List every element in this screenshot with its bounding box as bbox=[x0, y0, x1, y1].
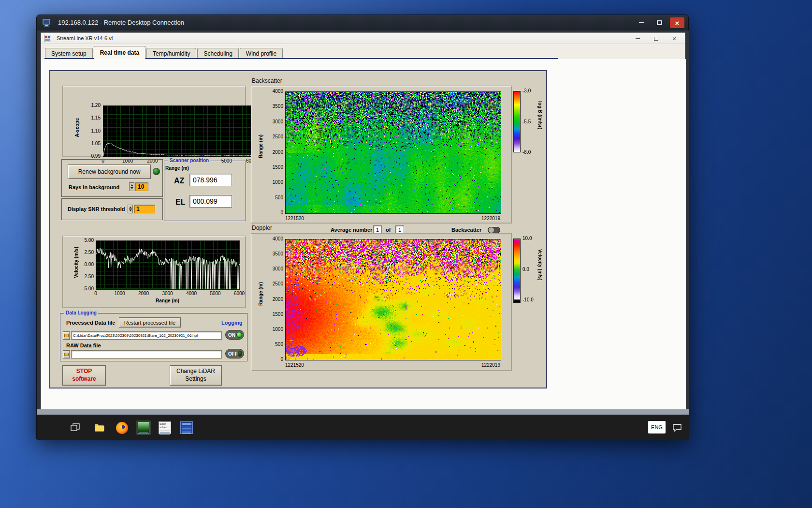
language-indicator[interactable]: ENG bbox=[648, 421, 666, 433]
rays-in-background-field[interactable]: 10 bbox=[135, 182, 148, 191]
rdp-close-button[interactable]: × bbox=[670, 17, 684, 28]
stop-software-button[interactable]: STOP software bbox=[62, 365, 106, 386]
el-field[interactable]: 000.099 bbox=[189, 195, 232, 208]
firefox-icon bbox=[116, 422, 128, 434]
file-explorer-button[interactable] bbox=[92, 420, 107, 435]
tick-label: -5.00 bbox=[83, 286, 94, 291]
velocity-y-ticks: 5.002.500.00-2.50-5.00 bbox=[78, 240, 94, 289]
tick-label: 3000 bbox=[273, 267, 283, 271]
change-lidar-settings-button[interactable]: Change LiDAR Settings bbox=[170, 365, 222, 386]
renew-background-led bbox=[153, 168, 160, 175]
rdp-titlebar[interactable]: 192.168.0.122 - Remote Desktop Connectio… bbox=[37, 15, 688, 30]
rdp-title: 192.168.0.122 - Remote Desktop Connectio… bbox=[58, 19, 184, 26]
doppler-colorbar-undercolor bbox=[513, 300, 521, 303]
of-label: of bbox=[386, 227, 391, 233]
tick-label: -3.0 bbox=[522, 89, 531, 93]
average-number-field[interactable]: 1 bbox=[373, 225, 382, 234]
el-label: EL bbox=[175, 198, 185, 207]
data-logging-box: Data Logging Processed Data file Restart… bbox=[60, 313, 247, 361]
streamline-app-button[interactable] bbox=[136, 420, 151, 435]
raw-path-browse-button[interactable] bbox=[63, 350, 70, 359]
snr-spinner[interactable] bbox=[128, 205, 133, 213]
app-minimize-button[interactable] bbox=[629, 34, 646, 44]
task-view-button[interactable] bbox=[68, 420, 83, 435]
velocity-graph: Velocity (m/s) 5.002.500.00-2.50-5.00 01… bbox=[62, 236, 246, 308]
processed-logging-toggle[interactable]: ON bbox=[225, 330, 244, 340]
doppler-plot-area bbox=[285, 239, 501, 360]
processed-path-browse-button[interactable] bbox=[63, 331, 70, 340]
scan-scheduler-button[interactable]: Scan sched bbox=[158, 420, 172, 435]
app-maximize-button[interactable] bbox=[647, 34, 665, 44]
tab-scheduling[interactable]: Scheduling bbox=[197, 48, 238, 59]
scanner-position-title: Scanner position bbox=[168, 158, 210, 164]
spin-up-icon bbox=[129, 207, 132, 209]
x-end-label: 1222019 bbox=[481, 362, 500, 368]
app-window: StreamLine XR v14-6.vi × System setup Re… bbox=[41, 32, 685, 409]
tab-wind-profile[interactable]: Wind profile bbox=[240, 48, 283, 59]
icon-titlebar bbox=[182, 423, 191, 425]
tick-label: 2500 bbox=[273, 134, 283, 139]
backscatter-toggle-label: Backscatter bbox=[451, 227, 481, 233]
remote-session-area: StreamLine XR v14-6.vi × System setup Re… bbox=[37, 30, 689, 440]
folder-icon bbox=[94, 422, 105, 433]
tick-label: 2500 bbox=[273, 282, 283, 286]
processed-path-field[interactable]: C:\Lidar\Data\Proc\2023\202309\20230921\… bbox=[71, 331, 222, 340]
tick-label: 0.00 bbox=[85, 262, 94, 267]
close-icon: × bbox=[672, 35, 676, 43]
firefox-button[interactable] bbox=[115, 420, 129, 435]
raw-logging-toggle[interactable]: OFF bbox=[225, 349, 244, 359]
snr-threshold-field[interactable]: 1 bbox=[134, 205, 155, 213]
rdp-computer-icon bbox=[43, 19, 51, 27]
logging-off-led bbox=[238, 351, 242, 357]
average-total-field[interactable]: 1 bbox=[395, 225, 404, 234]
tab-system-setup[interactable]: System setup bbox=[45, 48, 93, 59]
rdp-maximize-button[interactable] bbox=[652, 17, 667, 28]
blue-window-button[interactable] bbox=[179, 420, 194, 435]
tick-label: 3000 bbox=[273, 120, 283, 124]
az-label: AZ bbox=[174, 177, 184, 185]
backscatter-colorbar bbox=[513, 91, 521, 152]
backscatter-plot-area bbox=[285, 91, 501, 214]
tab-page-content: A-scope 1.201.151.101.050.99 01000200030… bbox=[41, 59, 686, 409]
backscatter-y-axis-label: Range (m) bbox=[258, 134, 263, 158]
tick-label: -10.0 bbox=[522, 298, 534, 302]
renew-background-button[interactable]: Renew background now bbox=[68, 164, 151, 179]
logging-on-led bbox=[236, 332, 242, 338]
doppler-colorbar-ticks: 10.00.0-10.0 bbox=[522, 239, 539, 300]
tick-label: 1000 bbox=[273, 327, 283, 332]
notifications-button[interactable] bbox=[670, 420, 684, 435]
x-end-label: 1222019 bbox=[481, 216, 500, 221]
doppler-colorbar bbox=[513, 239, 521, 300]
desktop: 192.168.0.122 - Remote Desktop Connectio… bbox=[0, 0, 812, 508]
close-icon: × bbox=[675, 19, 680, 27]
rdp-minimize-button[interactable] bbox=[634, 17, 649, 28]
tab-real-time-data[interactable]: Real time data bbox=[94, 46, 145, 59]
raw-path-field[interactable] bbox=[71, 350, 222, 359]
tick-label: 2000 bbox=[273, 150, 283, 155]
tick-label: 1000 bbox=[114, 291, 125, 296]
snr-threshold-label: Display SNR threshold bbox=[68, 206, 125, 212]
rays-spinner[interactable] bbox=[129, 182, 134, 191]
az-field[interactable]: 078.996 bbox=[189, 174, 232, 186]
tick-label: 1500 bbox=[273, 165, 283, 170]
tick-label: 4000 bbox=[273, 89, 283, 94]
restart-processed-file-button[interactable]: Restart processed file bbox=[119, 317, 181, 328]
doppler-graph: Range (m) 400035003000250020001500100050… bbox=[251, 233, 512, 371]
app-close-button[interactable]: × bbox=[666, 34, 683, 44]
tick-label: 6000 bbox=[234, 291, 245, 296]
tab-temp-humidity[interactable]: Temp/humidity bbox=[146, 48, 196, 59]
folder-icon bbox=[64, 353, 69, 356]
tick-label: 3500 bbox=[273, 252, 283, 256]
velocity-x-ticks: 0100020003000400050006000 bbox=[96, 291, 239, 297]
doppler-colorbar-label: Velocity (m/s) bbox=[537, 249, 543, 280]
tick-label: 1.10 bbox=[91, 129, 101, 134]
backscatter-graph: Range (m) 400035003000250020001500100050… bbox=[251, 86, 512, 224]
tick-label: 4000 bbox=[273, 237, 283, 241]
tick-label: 10.0 bbox=[522, 236, 532, 241]
backscatter-toggle-switch[interactable] bbox=[488, 227, 500, 233]
backscatter-x-ticks: 1221520 1222019 bbox=[285, 216, 500, 221]
remote-desktop-strip bbox=[37, 409, 689, 415]
spin-down-icon bbox=[130, 187, 133, 189]
app-titlebar[interactable]: StreamLine XR v14-6.vi × bbox=[41, 33, 685, 44]
front-panel: A-scope 1.201.151.101.050.99 01000200030… bbox=[49, 70, 547, 388]
